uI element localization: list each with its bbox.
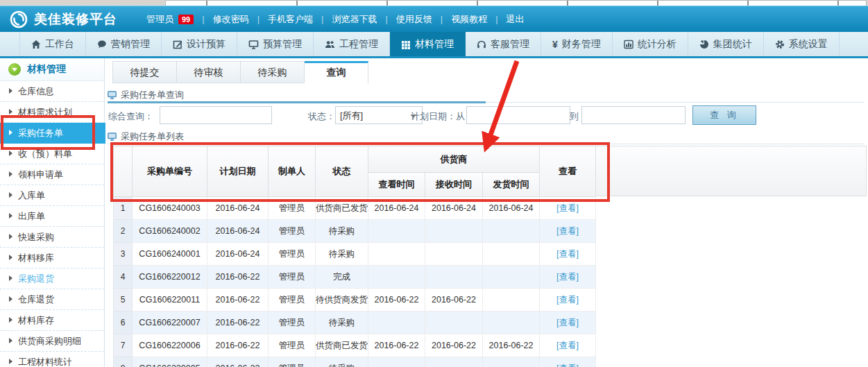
arrow-icon (9, 359, 12, 364)
query-section-title: 采购任务单查询 (108, 87, 864, 103)
user-menu[interactable]: 管理员 (146, 13, 173, 26)
headset-icon (477, 40, 486, 49)
sidebar-item-outbound[interactable]: 出库单 (0, 206, 104, 227)
sidebar-item-material-stock[interactable]: 材料库存 (0, 310, 104, 331)
arrow-icon (9, 275, 12, 281)
date-from-input[interactable] (466, 106, 570, 124)
sidebar-header[interactable]: 材料管理 (0, 58, 104, 81)
nav-system-settings[interactable]: 系统设置 (764, 32, 840, 56)
logo[interactable]: 美佳装修平台 (10, 10, 117, 28)
sidebar-item-receive-material[interactable]: 收（预）料单 (0, 144, 104, 164)
view-link[interactable]: [查看] (556, 272, 579, 282)
brand-title: 美佳装修平台 (34, 10, 117, 28)
divider: | (495, 14, 497, 24)
col-receive-time-header: 接收时间 (425, 173, 483, 197)
users-icon (325, 40, 335, 49)
tab-pending-review[interactable]: 待审核 (177, 61, 241, 83)
swirl-logo-icon (10, 10, 28, 28)
nav-label: 集团统计 (713, 38, 752, 51)
divider: | (441, 14, 443, 24)
view-link[interactable]: [查看] (556, 203, 579, 213)
mobile-client-link[interactable]: 手机客户端 (268, 13, 313, 26)
col-view-time-header: 查看时间 (368, 173, 425, 197)
title-underline (108, 101, 486, 103)
nav-design-budget[interactable]: 设计预算 (162, 32, 237, 56)
search-button[interactable]: 查 询 (692, 105, 756, 125)
view-link[interactable]: [查看] (556, 364, 579, 367)
pie-chart-icon (699, 40, 709, 49)
sidebar-item-inbound[interactable]: 入库单 (0, 185, 104, 206)
sidebar-item-purchase-task[interactable]: 采购任务单 (0, 123, 108, 144)
nav-label: 客服管理 (491, 38, 529, 51)
main-nav: 工作台 营销管理 设计预算 预算管理 工程管理 材料管理 客服管理 ¥ 财务管理 (0, 32, 868, 58)
feedback-link[interactable]: 使用反馈 (396, 13, 432, 26)
table-header-extension (595, 146, 867, 196)
sidebar-item-material-request[interactable]: 领料申请单 (0, 164, 104, 185)
tab-pending-submit[interactable]: 待提交 (112, 61, 177, 83)
sidebar-item-purchase-return[interactable]: 采购退货 (0, 268, 104, 289)
sidebar-item-quick-purchase[interactable]: 快速采购 (0, 227, 104, 248)
keyword-label: 综合查询： (108, 110, 153, 123)
sidebar-item-warehouse-return[interactable]: 仓库退货 (0, 289, 104, 310)
date-to-label: 到 (570, 110, 579, 123)
sidebar-item-warehouse-info[interactable]: 仓库信息 (0, 81, 104, 102)
divider: | (321, 14, 323, 24)
view-link[interactable]: [查看] (556, 295, 579, 305)
col-maker-header: 制单人 (269, 146, 316, 197)
logout-link[interactable]: 退出 (507, 13, 525, 26)
topbar: 美佳装修平台 管理员 99 | 修改密码 | 手机客户端 | 浏览器下载 | 使… (0, 6, 868, 32)
browser-download-link[interactable]: 浏览器下载 (332, 13, 377, 26)
keyword-input[interactable] (160, 106, 272, 124)
purchase-task-table: 采购单编号 计划日期 制单人 状态 供货商 查看 查看时间 接收时间 发货时间 … (113, 146, 596, 367)
view-link[interactable]: [查看] (556, 341, 579, 350)
col-view-header: 查看 (540, 146, 596, 197)
arrow-icon (9, 234, 12, 239)
nav-group-statistics[interactable]: 集团统计 (688, 32, 764, 56)
change-password-link[interactable]: 修改密码 (213, 13, 249, 26)
nav-label: 预算管理 (263, 38, 302, 51)
nav-label: 系统设置 (789, 38, 828, 51)
collapse-icon (8, 63, 21, 76)
list-section-title: 采购任务单列表 (108, 129, 864, 144)
notification-badge: 99 (178, 15, 194, 24)
view-link[interactable]: [查看] (556, 318, 579, 327)
table-row: 5CG16062200112016-06-22管理员待供货商发货2016-06-… (114, 289, 596, 311)
nav-budget-mgmt[interactable]: 预算管理 (237, 32, 314, 56)
divider: | (202, 14, 204, 24)
yen-icon: ¥ (552, 40, 558, 49)
view-link[interactable]: [查看] (556, 249, 579, 259)
nav-project-mgmt[interactable]: 工程管理 (314, 32, 390, 56)
nav-workbench[interactable]: 工作台 (19, 32, 86, 56)
table-row: 6CG16062200072016-06-22管理员待采购[查看] (114, 311, 596, 334)
nav-label: 工程管理 (339, 38, 378, 51)
nav-marketing[interactable]: 营销管理 (86, 32, 162, 56)
sidebar-item-project-material-stats[interactable]: 工程材料统计 (0, 352, 104, 367)
grid-icon (401, 40, 411, 49)
nav-material-mgmt[interactable]: 材料管理 (390, 32, 466, 56)
query-form: 综合查询： 状态： [所有] 计划日期：从 到 查 询 (105, 104, 868, 128)
view-link[interactable]: [查看] (556, 226, 579, 236)
table-row: 4CG16062200122016-06-22管理员完成[查看] (114, 266, 596, 289)
tab-pending-purchase[interactable]: 待采购 (241, 61, 305, 83)
status-label: 状态： (308, 110, 335, 123)
monitor-icon (108, 91, 117, 99)
arrow-icon (9, 192, 12, 198)
nav-finance-mgmt[interactable]: ¥ 财务管理 (541, 32, 613, 56)
content-tabs: 待提交 待审核 待采购 查询 (112, 61, 368, 84)
tab-query[interactable]: 查询 (305, 61, 368, 84)
arrow-icon (9, 213, 12, 219)
video-tutorial-link[interactable]: 视频教程 (451, 13, 487, 26)
sidebar-item-material-transfer[interactable]: 材料移库 (0, 248, 104, 268)
col-order-no-header: 采购单编号 (133, 146, 207, 197)
nav-label: 材料管理 (415, 38, 454, 51)
arrow-icon (9, 109, 12, 114)
sidebar-item-material-demand-plan[interactable]: 材料需求计划 (0, 102, 104, 123)
monitor-icon (248, 40, 259, 49)
status-select[interactable]: [所有] (335, 106, 423, 124)
date-to-input[interactable] (581, 106, 686, 124)
nav-customer-service[interactable]: 客服管理 (466, 32, 541, 56)
sidebar-item-supplier-purchase-detail[interactable]: 供货商采购明细 (0, 331, 104, 352)
nav-statistics[interactable]: 统计分析 (613, 32, 688, 56)
topbar-menu: 管理员 99 | 修改密码 | 手机客户端 | 浏览器下载 | 使用反馈 | 视… (146, 13, 525, 26)
table-row: 2CG16062400022016-06-24管理员待采购[查看] (114, 220, 596, 243)
